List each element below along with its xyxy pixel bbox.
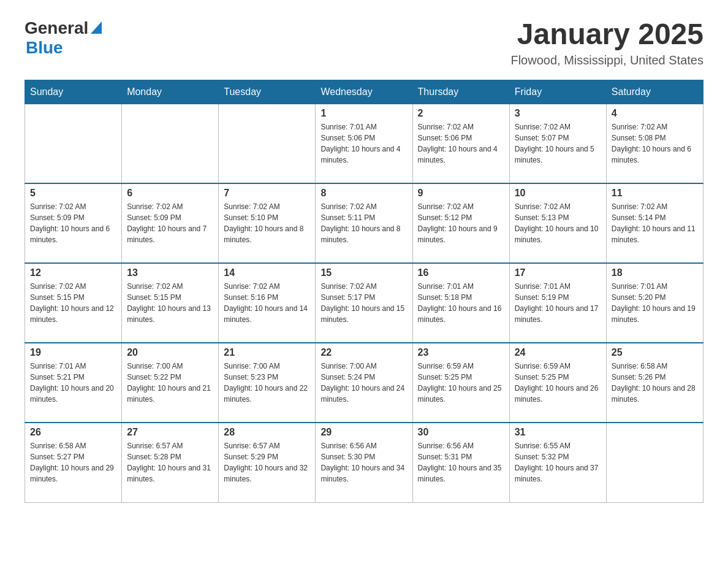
calendar-cell: 29Sunrise: 6:56 AM Sunset: 5:30 PM Dayli… — [316, 423, 412, 502]
day-info: Sunrise: 6:59 AM Sunset: 5:25 PM Dayligh… — [515, 361, 601, 405]
logo-general-text: General — [25, 18, 88, 38]
location-subtitle: Flowood, Mississippi, United States — [510, 53, 703, 67]
calendar-header-row: SundayMondayTuesdayWednesdayThursdayFrid… — [25, 80, 703, 104]
day-info: Sunrise: 7:00 AM Sunset: 5:22 PM Dayligh… — [127, 361, 213, 405]
day-info: Sunrise: 7:01 AM Sunset: 5:21 PM Dayligh… — [30, 361, 116, 405]
day-info: Sunrise: 6:56 AM Sunset: 5:31 PM Dayligh… — [418, 440, 504, 484]
calendar-cell: 31Sunrise: 6:55 AM Sunset: 5:32 PM Dayli… — [509, 423, 606, 502]
day-of-week-header: Saturday — [606, 80, 703, 104]
day-number: 15 — [320, 267, 407, 278]
day-number: 31 — [515, 427, 601, 438]
day-info: Sunrise: 6:56 AM Sunset: 5:30 PM Dayligh… — [320, 440, 407, 484]
day-info: Sunrise: 6:58 AM Sunset: 5:26 PM Dayligh… — [612, 361, 698, 405]
day-info: Sunrise: 7:02 AM Sunset: 5:17 PM Dayligh… — [320, 281, 407, 325]
day-number: 20 — [127, 347, 213, 358]
day-number: 7 — [224, 188, 310, 199]
calendar-cell: 26Sunrise: 6:58 AM Sunset: 5:27 PM Dayli… — [25, 423, 122, 502]
day-info: Sunrise: 7:02 AM Sunset: 5:12 PM Dayligh… — [418, 201, 504, 245]
day-info: Sunrise: 7:01 AM Sunset: 5:18 PM Dayligh… — [418, 281, 504, 325]
day-number: 17 — [515, 267, 601, 278]
calendar-week-row: 26Sunrise: 6:58 AM Sunset: 5:27 PM Dayli… — [25, 423, 703, 502]
calendar-cell: 22Sunrise: 7:00 AM Sunset: 5:24 PM Dayli… — [316, 343, 412, 423]
day-info: Sunrise: 7:01 AM Sunset: 5:19 PM Dayligh… — [515, 281, 601, 325]
day-info: Sunrise: 7:02 AM Sunset: 5:13 PM Dayligh… — [515, 201, 601, 245]
calendar-cell: 14Sunrise: 7:02 AM Sunset: 5:16 PM Dayli… — [219, 263, 316, 343]
calendar-cell: 13Sunrise: 7:02 AM Sunset: 5:15 PM Dayli… — [122, 263, 219, 343]
calendar-week-row: 19Sunrise: 7:01 AM Sunset: 5:21 PM Dayli… — [25, 343, 703, 423]
day-number: 30 — [418, 427, 504, 438]
calendar-cell: 9Sunrise: 7:02 AM Sunset: 5:12 PM Daylig… — [412, 183, 509, 263]
calendar-week-row: 1Sunrise: 7:01 AM Sunset: 5:06 PM Daylig… — [25, 104, 703, 183]
day-info: Sunrise: 7:00 AM Sunset: 5:23 PM Dayligh… — [224, 361, 310, 405]
calendar-cell: 27Sunrise: 6:57 AM Sunset: 5:28 PM Dayli… — [122, 423, 219, 502]
calendar-cell — [219, 104, 316, 183]
title-section: January 2025 Flowood, Mississippi, Unite… — [510, 18, 703, 67]
day-number: 27 — [127, 427, 213, 438]
calendar-cell: 20Sunrise: 7:00 AM Sunset: 5:22 PM Dayli… — [122, 343, 219, 423]
calendar-cell — [25, 104, 122, 183]
day-info: Sunrise: 7:01 AM Sunset: 5:06 PM Dayligh… — [320, 121, 407, 166]
day-info: Sunrise: 7:02 AM Sunset: 5:07 PM Dayligh… — [515, 121, 601, 166]
day-info: Sunrise: 7:02 AM Sunset: 5:11 PM Dayligh… — [320, 201, 407, 245]
calendar-cell: 16Sunrise: 7:01 AM Sunset: 5:18 PM Dayli… — [412, 263, 509, 343]
day-info: Sunrise: 7:02 AM Sunset: 5:16 PM Dayligh… — [224, 281, 310, 325]
calendar-cell: 11Sunrise: 7:02 AM Sunset: 5:14 PM Dayli… — [606, 183, 703, 263]
calendar-cell: 15Sunrise: 7:02 AM Sunset: 5:17 PM Dayli… — [316, 263, 412, 343]
day-info: Sunrise: 7:02 AM Sunset: 5:09 PM Dayligh… — [30, 201, 116, 245]
day-info: Sunrise: 7:02 AM Sunset: 5:10 PM Dayligh… — [224, 201, 310, 245]
day-of-week-header: Tuesday — [219, 80, 316, 104]
day-info: Sunrise: 6:55 AM Sunset: 5:32 PM Dayligh… — [515, 440, 601, 484]
day-number: 12 — [30, 267, 116, 278]
day-number: 1 — [320, 108, 407, 119]
day-number: 16 — [418, 267, 504, 278]
calendar-week-row: 5Sunrise: 7:02 AM Sunset: 5:09 PM Daylig… — [25, 183, 703, 263]
day-number: 2 — [418, 108, 504, 119]
day-number: 13 — [127, 267, 213, 278]
day-number: 5 — [30, 188, 116, 199]
day-info: Sunrise: 7:02 AM Sunset: 5:06 PM Dayligh… — [418, 121, 504, 166]
calendar-cell: 2Sunrise: 7:02 AM Sunset: 5:06 PM Daylig… — [412, 104, 509, 183]
day-info: Sunrise: 7:02 AM Sunset: 5:14 PM Dayligh… — [612, 201, 698, 245]
calendar-week-row: 12Sunrise: 7:02 AM Sunset: 5:15 PM Dayli… — [25, 263, 703, 343]
day-info: Sunrise: 7:02 AM Sunset: 5:08 PM Dayligh… — [612, 121, 698, 166]
day-info: Sunrise: 6:57 AM Sunset: 5:28 PM Dayligh… — [127, 440, 213, 484]
day-number: 8 — [320, 188, 407, 199]
day-number: 23 — [418, 347, 504, 358]
day-info: Sunrise: 6:59 AM Sunset: 5:25 PM Dayligh… — [418, 361, 504, 405]
day-number: 25 — [612, 347, 698, 358]
day-number: 10 — [515, 188, 601, 199]
month-title: January 2025 — [510, 18, 703, 51]
day-number: 22 — [320, 347, 407, 358]
calendar-cell: 28Sunrise: 6:57 AM Sunset: 5:29 PM Dayli… — [219, 423, 316, 502]
calendar-cell: 7Sunrise: 7:02 AM Sunset: 5:10 PM Daylig… — [219, 183, 316, 263]
calendar-cell: 8Sunrise: 7:02 AM Sunset: 5:11 PM Daylig… — [316, 183, 412, 263]
calendar-cell: 18Sunrise: 7:01 AM Sunset: 5:20 PM Dayli… — [606, 263, 703, 343]
day-number: 6 — [127, 188, 213, 199]
day-number: 29 — [320, 427, 407, 438]
logo: General Blue — [25, 18, 102, 58]
day-number: 26 — [30, 427, 116, 438]
day-info: Sunrise: 7:00 AM Sunset: 5:24 PM Dayligh… — [320, 361, 407, 405]
day-of-week-header: Friday — [509, 80, 606, 104]
calendar-cell: 12Sunrise: 7:02 AM Sunset: 5:15 PM Dayli… — [25, 263, 122, 343]
calendar-cell: 6Sunrise: 7:02 AM Sunset: 5:09 PM Daylig… — [122, 183, 219, 263]
calendar-cell — [122, 104, 219, 183]
day-number: 21 — [224, 347, 310, 358]
day-of-week-header: Sunday — [25, 80, 122, 104]
day-number: 4 — [612, 108, 698, 119]
day-number: 24 — [515, 347, 601, 358]
calendar-cell: 24Sunrise: 6:59 AM Sunset: 5:25 PM Dayli… — [509, 343, 606, 423]
day-info: Sunrise: 7:02 AM Sunset: 5:09 PM Dayligh… — [127, 201, 213, 245]
logo-blue-text: Blue — [26, 38, 63, 58]
day-number: 3 — [515, 108, 601, 119]
logo-triangle-icon — [91, 21, 102, 34]
day-info: Sunrise: 7:02 AM Sunset: 5:15 PM Dayligh… — [30, 281, 116, 325]
day-number: 28 — [224, 427, 310, 438]
day-info: Sunrise: 7:02 AM Sunset: 5:15 PM Dayligh… — [127, 281, 213, 325]
calendar-cell: 25Sunrise: 6:58 AM Sunset: 5:26 PM Dayli… — [606, 343, 703, 423]
day-number: 14 — [224, 267, 310, 278]
day-number: 19 — [30, 347, 116, 358]
calendar-cell: 5Sunrise: 7:02 AM Sunset: 5:09 PM Daylig… — [25, 183, 122, 263]
day-info: Sunrise: 6:57 AM Sunset: 5:29 PM Dayligh… — [224, 440, 310, 484]
day-info: Sunrise: 7:01 AM Sunset: 5:20 PM Dayligh… — [612, 281, 698, 325]
